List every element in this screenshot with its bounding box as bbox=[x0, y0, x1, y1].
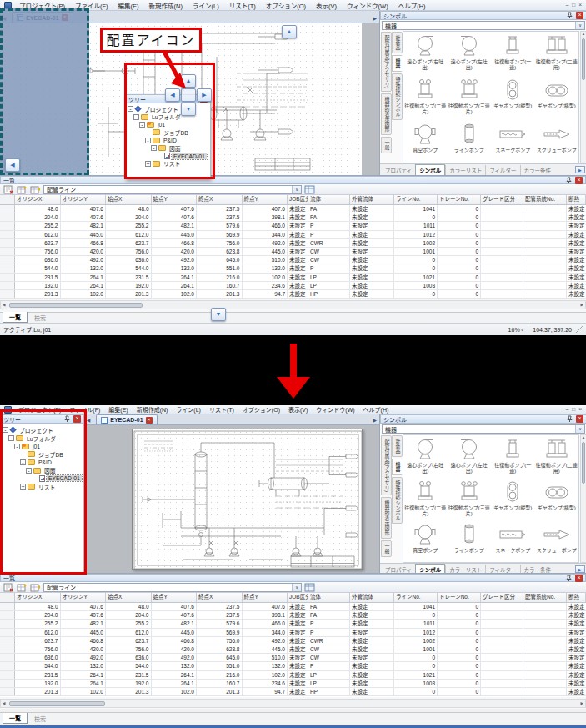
symbol-category-tab[interactable]: 配管付属品(アクセサリ) bbox=[381, 435, 392, 495]
table-row[interactable]: 231.5264.1 231.5264.1 216.0102.0 未設定LP 未… bbox=[0, 671, 586, 680]
expander-icon[interactable] bbox=[3, 427, 8, 433]
symbol-category-tab[interactable]: 機器的表示図形 bbox=[381, 93, 392, 135]
table-row[interactable]: 204.0407.6 204.0407.6 237.5398.1 未設定PA 未… bbox=[0, 611, 586, 620]
symbol-item[interactable]: 往復動ポンプ(二連片) bbox=[403, 478, 448, 520]
table-row[interactable]: 201.3102.0 201.3102.0 201.394.7 未設定HP 未設… bbox=[0, 688, 586, 696]
tree-item[interactable]: 図面 bbox=[126, 144, 210, 152]
pin-icon[interactable] bbox=[566, 575, 573, 582]
expander-icon[interactable] bbox=[139, 122, 145, 128]
column-header[interactable]: 断熱 bbox=[567, 593, 586, 602]
panel-tab[interactable]: シンボル bbox=[415, 164, 445, 175]
dock-guide-up-icon[interactable]: ▲ bbox=[181, 74, 196, 88]
table-row[interactable]: 612.0445.0 612.0445.0 569.9344.0 未設定P 未設… bbox=[0, 629, 586, 637]
floating-tree-panel[interactable]: ツリー × プロジェクト Luフォルダ j01 bbox=[125, 94, 211, 179]
scroll-right-icon[interactable]: ▶ bbox=[579, 701, 585, 705]
symbol-category-tab[interactable]: 機器 bbox=[392, 459, 403, 475]
view-tab[interactable]: 一覧 bbox=[3, 312, 28, 323]
table-row[interactable]: 201.3102.0 201.3102.0 201.394.7 未設定HP 未設… bbox=[0, 290, 586, 299]
table-row[interactable]: 636.0492.0 636.0492.0 645.0510.0 未設定CW 未… bbox=[0, 256, 586, 264]
column-header[interactable]: 終点Y bbox=[243, 195, 288, 204]
column-header[interactable]: 配管系統No. bbox=[523, 195, 567, 204]
symbol-category-tab[interactable]: 特殊接続シンボル bbox=[392, 73, 403, 120]
tree-item[interactable]: ジョブDB bbox=[126, 128, 210, 136]
dock-guide-right-icon[interactable]: ▶ bbox=[197, 88, 212, 102]
view-tab[interactable]: 検索 bbox=[28, 313, 52, 323]
symbol-item[interactable]: 真空ポンプ bbox=[403, 520, 448, 563]
column-header[interactable]: 終点X bbox=[197, 195, 243, 204]
table-row[interactable]: 48.0407.6 48.0407.6 237.5407.6 未設定PA 未設定… bbox=[0, 603, 586, 611]
symbol-category-combo[interactable]: 機器 ∨ bbox=[382, 21, 585, 30]
tree-item[interactable]: EYECAD-01 bbox=[1, 474, 83, 483]
column-header[interactable]: 流体 bbox=[308, 593, 350, 602]
scroll-left-icon[interactable]: ◀ bbox=[1, 701, 7, 705]
symbol-item[interactable]: スネークポンプ bbox=[491, 520, 535, 563]
menu-item[interactable]: ライン(L) bbox=[172, 407, 205, 413]
symbol-item[interactable]: 往復動ポンプ(三連片) bbox=[448, 76, 492, 120]
close-icon[interactable]: × bbox=[575, 575, 583, 582]
tree-item[interactable]: ジョブDB bbox=[1, 450, 83, 459]
column-header[interactable]: 始点Y bbox=[152, 195, 198, 204]
symbol-item[interactable]: ギヤポンプ(縦型) bbox=[491, 478, 535, 520]
dock-guide-down-icon[interactable]: ▼ bbox=[181, 103, 196, 116]
close-icon[interactable]: × bbox=[576, 415, 583, 423]
column-header[interactable]: 流体 bbox=[308, 195, 350, 204]
menu-item[interactable]: ウィンドウ(W) bbox=[312, 407, 358, 413]
minimize-icon[interactable]: – bbox=[566, 2, 569, 8]
symbol-category-tab[interactable]: 特殊接続シンボル bbox=[392, 477, 403, 524]
symbol-scrollbar[interactable]: ▲ bbox=[580, 434, 586, 563]
expander-icon[interactable] bbox=[14, 444, 20, 449]
zoom-level[interactable]: 16% bbox=[508, 327, 520, 333]
symbol-item[interactable]: 往復動ポンプ(二連用) bbox=[535, 435, 579, 478]
tree-item[interactable]: 図面 bbox=[1, 466, 83, 474]
menu-item[interactable]: オプション(O) bbox=[261, 2, 311, 11]
add-row-icon[interactable] bbox=[17, 185, 28, 194]
menu-item[interactable]: 表示(V) bbox=[311, 2, 342, 11]
symbol-item[interactable]: 遠心ポンプ(左吐出) bbox=[448, 32, 492, 76]
symbol-category-tab[interactable]: 一般 bbox=[381, 137, 392, 153]
scroll-right-icon[interactable]: ▶ bbox=[579, 303, 585, 307]
symbol-item[interactable]: 真空ポンプ bbox=[403, 120, 448, 164]
view-tab[interactable]: 一覧 bbox=[3, 713, 28, 724]
table-row[interactable]: 756.0420.0 756.0420.0 623.8445.0 未設定CW 未… bbox=[0, 248, 586, 256]
symbol-item[interactable]: スクリューポンプ bbox=[535, 120, 579, 164]
column-header[interactable]: 終点X bbox=[197, 593, 243, 602]
symbol-item[interactable]: ギヤポンプ(横型) bbox=[535, 76, 579, 120]
symbol-item[interactable]: スクリューポンプ bbox=[535, 520, 579, 563]
tree-item[interactable]: Luフォルダ bbox=[126, 113, 210, 120]
menu-item[interactable]: オプション(O) bbox=[238, 407, 284, 413]
symbol-item[interactable]: 遠心ポンプ(右吐出) bbox=[403, 32, 448, 76]
pin-icon[interactable] bbox=[567, 415, 573, 423]
add-row-icon[interactable] bbox=[17, 583, 28, 592]
clear-list-icon[interactable] bbox=[3, 185, 14, 194]
panel-tab[interactable]: カラーリスト bbox=[445, 165, 485, 175]
symbol-item[interactable]: 往復動ポンプ(一連) bbox=[491, 32, 535, 76]
symbol-category-tab[interactable]: 配管付属品(アクセサリ) bbox=[381, 32, 392, 92]
more-tabs-icon[interactable]: ▶ bbox=[575, 565, 585, 573]
symbol-item[interactable]: スネークポンプ bbox=[491, 120, 535, 164]
table-row[interactable]: 231.5264.1 231.5264.1 216.0102.0 未設定LP 未… bbox=[0, 274, 586, 282]
menu-item[interactable]: リスト(T) bbox=[205, 407, 238, 413]
expander-icon[interactable] bbox=[128, 106, 133, 112]
close-icon[interactable]: × bbox=[578, 2, 582, 8]
menu-item[interactable]: 新規作成(N) bbox=[133, 407, 173, 413]
tree-item[interactable]: j01 bbox=[1, 442, 83, 450]
panel-tab[interactable]: カラー条件 bbox=[520, 165, 555, 175]
more-tabs-icon[interactable]: ▶ bbox=[575, 166, 585, 173]
menu-item[interactable]: ウィンドウ(W) bbox=[342, 2, 393, 11]
tree-item[interactable]: プロジェクト bbox=[1, 426, 83, 434]
tab-scroll-right-icon[interactable]: ▶ bbox=[371, 13, 379, 23]
table-row[interactable]: 623.7466.8 623.7466.8 756.0492.0 未設定CWR … bbox=[0, 637, 586, 645]
tree-item[interactable]: P&ID bbox=[1, 459, 83, 467]
menu-item[interactable]: 表示(V) bbox=[284, 407, 312, 413]
column-header[interactable]: トレーンNo. bbox=[438, 593, 481, 602]
column-header[interactable]: 始点X bbox=[106, 593, 152, 602]
table-row[interactable]: 612.0445.0 612.0445.0 569.9344.0 未設定P 未設… bbox=[0, 231, 586, 239]
dock-top-icon[interactable]: ▲ bbox=[282, 25, 297, 38]
menu-item[interactable]: プロジェクト(P) bbox=[14, 407, 65, 413]
table-row[interactable]: 544.0132.0 544.0132.0 551.0132.0 未設定P 未設… bbox=[0, 264, 586, 273]
table-row[interactable]: 623.7466.8 623.7466.8 756.0492.0 未設定CWR … bbox=[0, 239, 586, 248]
column-header[interactable]: トレーンNo. bbox=[438, 195, 481, 204]
table-row[interactable]: 48.0407.6 48.0407.6 237.5407.6 未設定PA 未設定… bbox=[0, 205, 586, 213]
menu-item[interactable]: 編集(E) bbox=[113, 2, 144, 11]
tree-panel-titlebar[interactable]: ツリー × bbox=[0, 414, 84, 424]
